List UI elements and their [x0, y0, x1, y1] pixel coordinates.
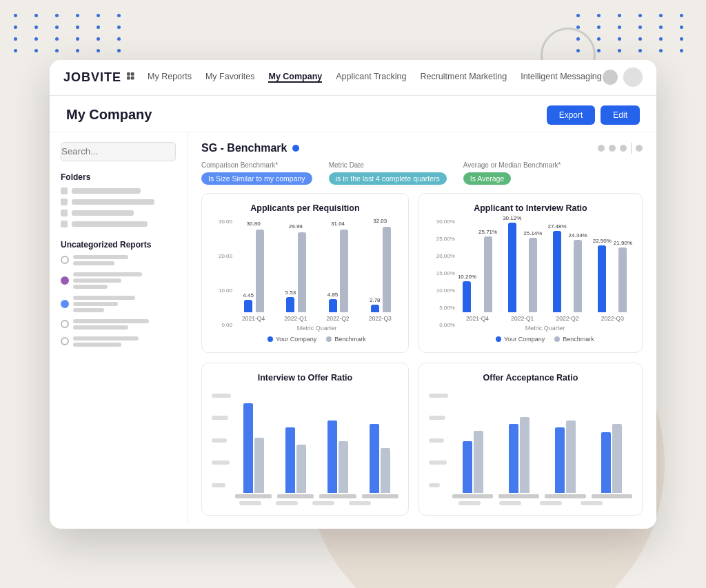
nav-links: My Reports My Favorites My Company Appli… — [148, 72, 603, 83]
y-label: 20.00 — [219, 253, 232, 259]
export-button[interactable]: Export — [547, 105, 596, 125]
radio-button — [61, 276, 69, 285]
list-item[interactable] — [61, 255, 176, 265]
bar-label-line — [362, 494, 399, 498]
bar-pair: 10.20% 25.71% — [458, 229, 497, 312]
nav-icons — [603, 68, 643, 87]
bench-bar — [574, 240, 582, 312]
x-axis-label: Metric Quarter — [458, 325, 632, 332]
bar-group-2021-q4: 10.20% 25.71% — [458, 216, 497, 322]
bar-pair: 22.50% 21.90% — [593, 238, 632, 312]
bars-area — [452, 394, 632, 498]
bench-bar — [339, 441, 348, 493]
chart-legend: Your Company Benchmark — [235, 336, 399, 343]
nav-settings-icon[interactable] — [603, 70, 618, 85]
action-dot-1[interactable] — [598, 145, 605, 152]
chart-body — [212, 388, 399, 498]
list-item[interactable] — [61, 296, 176, 312]
folder-icon — [61, 199, 68, 205]
svg-rect-2 — [127, 77, 130, 80]
bench-bar — [566, 420, 576, 493]
y-label-bar — [212, 394, 231, 398]
x-label-bar — [499, 501, 521, 505]
item-line — [73, 272, 142, 276]
x-label-bar — [312, 501, 334, 505]
charts-grid: Applicants per Requisition 30.00 20.00 1… — [201, 193, 643, 516]
y-label-bar — [212, 438, 227, 443]
report-status-dot — [292, 145, 299, 152]
bar-group-2022-q3: 22.50% 21.90% — [593, 216, 632, 322]
x-axis-labels — [212, 498, 399, 505]
x-axis-label: Metric Quarter — [235, 325, 399, 332]
legend-label: Your Company — [504, 336, 545, 343]
filter-metric-date: Metric Date is in the last 4 complete qu… — [329, 161, 447, 185]
bar-label-line — [592, 494, 632, 498]
filter-tag[interactable]: is in the last 4 complete quarters — [329, 172, 447, 185]
folder-item-bar — [72, 188, 141, 194]
chart-legend: Your Company Benchmark — [458, 336, 632, 343]
filter-tag[interactable]: Is Size Similar to my company — [201, 172, 312, 185]
nav-intelligent-messaging[interactable]: Intelligent Messaging — [521, 72, 601, 83]
action-dot-4[interactable] — [636, 145, 643, 152]
your-value: 30.12% — [503, 215, 521, 221]
nav-recruitment-marketing[interactable]: Recruitment Marketing — [420, 72, 507, 83]
legend-your-company: Your Company — [496, 336, 545, 343]
chart-body: 30.00% 25.00% 20.00% 15.00% 10.00% 5.00%… — [429, 219, 632, 343]
x-label-bar — [239, 501, 261, 505]
folder-item-bar — [72, 199, 154, 205]
y-label: 0.00 — [221, 322, 232, 328]
page-header: My Company Export Edit — [50, 96, 656, 132]
item-line — [73, 302, 118, 306]
bar-label: 2021-Q4 — [466, 315, 489, 322]
y-label: 25.00% — [436, 236, 455, 242]
radio-button — [61, 320, 69, 328]
bar-pair — [555, 420, 576, 493]
action-dot-3[interactable] — [620, 145, 627, 152]
content-area: Folders Uncategoriz — [50, 132, 656, 525]
grid-icon[interactable] — [127, 72, 137, 82]
y-label-bar — [212, 416, 228, 420]
bench-value: 29.99 — [289, 223, 303, 230]
chart-body — [429, 388, 632, 498]
bench-bar — [254, 438, 264, 493]
bar-group — [235, 403, 272, 498]
action-dot-2[interactable] — [609, 145, 616, 152]
nav-my-favorites[interactable]: My Favorites — [205, 72, 255, 83]
nav-applicant-tracking[interactable]: Applicant Tracking — [336, 72, 406, 83]
bar-chart-inner: 30.80 4.45 — [235, 219, 399, 322]
legend-label: Benchmark — [563, 336, 594, 343]
browser-window: JOBVITE My Reports My Favorites My Compa… — [50, 60, 656, 529]
search-input[interactable] — [61, 142, 176, 161]
nav-user-avatar[interactable] — [623, 68, 643, 87]
your-bar — [329, 299, 337, 312]
bar-pair: 2.78 — [370, 227, 391, 312]
bar-label-line — [545, 494, 585, 498]
y-label-bar — [429, 460, 447, 465]
list-item — [61, 199, 176, 205]
bar-label-line — [319, 494, 356, 498]
list-item[interactable] — [61, 272, 176, 289]
bench-value: 32.03 — [373, 218, 387, 224]
bar-group — [452, 431, 493, 498]
list-item[interactable] — [61, 336, 176, 347]
nav-my-company[interactable]: My Company — [268, 72, 322, 83]
your-value: 22.50% — [593, 238, 612, 244]
svg-rect-3 — [131, 77, 134, 80]
nav-my-reports[interactable]: My Reports — [148, 72, 192, 83]
list-item[interactable] — [61, 319, 176, 330]
filter-tag[interactable]: Is Average — [463, 172, 511, 185]
your-value: 2.78 — [370, 297, 381, 303]
svg-rect-1 — [131, 72, 134, 76]
edit-button[interactable]: Edit — [601, 105, 640, 125]
bar-pair: 4.45 — [243, 230, 264, 312]
y-label: 10.00 — [219, 287, 232, 294]
bar-pair: 5.53 — [285, 232, 307, 312]
legend-benchmark: Benchmark — [554, 336, 594, 343]
filter-label: Comparison Benchmark* — [201, 161, 312, 169]
your-value: 5.53 — [285, 290, 296, 296]
your-bar — [555, 427, 565, 493]
bench-bar — [474, 431, 483, 493]
your-bar — [244, 300, 252, 312]
y-axis — [429, 394, 448, 498]
x-label-bar — [349, 501, 371, 505]
